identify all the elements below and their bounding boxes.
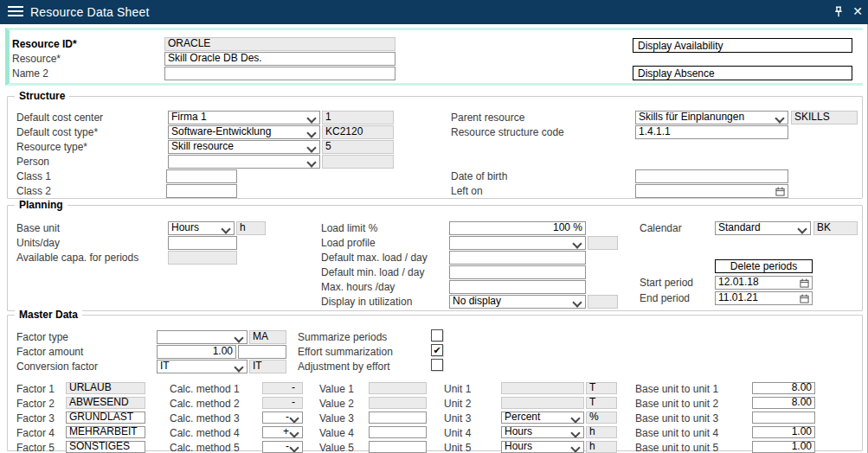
end-period-field[interactable]: 11.01.21 (715, 291, 813, 305)
factor-amount-extra-field[interactable] (238, 345, 286, 359)
chevron-down-icon (289, 428, 299, 437)
chevron-down-icon (234, 362, 243, 372)
cost-center-code: 1 (322, 111, 394, 124)
unit-label: Unit 3 (444, 412, 471, 424)
unit-label: Unit 1 (444, 383, 471, 395)
factor-input[interactable]: GRUNDLAST (66, 412, 145, 424)
calc-method-select[interactable]: - (262, 441, 303, 453)
chevron-down-icon (289, 413, 299, 423)
cost-center-select[interactable]: Firma 1 (168, 111, 320, 124)
base-unit-to-unit-label: Base unit to unit 5 (635, 442, 718, 453)
factor-label: Factor 2 (16, 398, 55, 410)
resource-type-code: 5 (322, 140, 394, 154)
display-in-utilization-select[interactable]: No display (449, 295, 586, 309)
calc-method-select[interactable]: - (262, 412, 303, 424)
available-capa-field (168, 251, 237, 265)
calendar-label: Calendar (640, 222, 682, 234)
display-absence-button[interactable]: Display Absence (633, 66, 852, 80)
default-max-load-field[interactable] (449, 251, 586, 265)
conversion-factor-select[interactable]: IT (157, 360, 248, 373)
start-period-label: Start period (640, 277, 693, 289)
resource-id-label: Resource ID* (12, 38, 77, 50)
chevron-down-icon (570, 428, 580, 437)
chevron-down-icon (306, 113, 316, 123)
parent-resource-label: Parent resource (451, 112, 524, 124)
chevron-down-icon (572, 297, 582, 307)
display-in-utilization-label: Display in utilization (321, 296, 412, 308)
class1-field[interactable] (166, 169, 237, 183)
titlebar: Resource Data Sheet ✕ (0, 0, 868, 24)
chevron-down-icon (797, 224, 807, 233)
delete-periods-button[interactable]: Delete periods (715, 259, 813, 273)
max-hours-day-field[interactable] (449, 280, 586, 294)
date-of-birth-field[interactable] (635, 169, 788, 183)
default-max-load-label: Default max. load / day (321, 252, 428, 264)
name2-field[interactable] (164, 67, 395, 80)
base-unit-to-unit-input[interactable]: 8.00 (752, 382, 815, 394)
base-unit-code: h (236, 221, 266, 235)
resource-type-select[interactable]: Skill resource (168, 140, 320, 154)
unit-select[interactable]: Hours (501, 426, 584, 438)
adjustment-by-effort-checkbox[interactable] (431, 359, 443, 371)
base-unit-to-unit-input[interactable] (752, 412, 815, 424)
left-on-field[interactable] (635, 184, 788, 198)
base-unit-to-unit-input[interactable]: 1.00 (752, 441, 815, 453)
factor-label: Factor 3 (16, 412, 55, 424)
chevron-down-icon (775, 113, 784, 123)
cost-type-select[interactable]: Software-Entwicklung (168, 125, 320, 139)
value-input[interactable] (369, 426, 427, 438)
calendar-icon[interactable] (800, 278, 809, 288)
value-input[interactable] (369, 412, 427, 424)
calc-method-select[interactable]: + (262, 426, 303, 438)
factor-amount-field[interactable]: 1.00 (157, 345, 236, 359)
available-capa-label: Available capa. for periods (16, 252, 138, 264)
base-unit-to-unit-input[interactable]: 8.00 (752, 397, 815, 409)
pin-icon[interactable] (832, 5, 845, 19)
base-unit-to-unit-label: Base unit to unit 1 (635, 383, 718, 395)
close-icon[interactable]: ✕ (852, 4, 863, 18)
chevron-down-icon (289, 443, 299, 452)
calendar-icon[interactable] (800, 294, 809, 303)
factor-input[interactable]: MEHRARBEIT (66, 426, 145, 438)
value-input[interactable] (369, 441, 427, 453)
unit-select[interactable]: Percent (501, 412, 584, 424)
calendar-select[interactable]: Standard (715, 221, 811, 235)
cost-center-label: Default cost center (16, 112, 103, 124)
units-per-day-field[interactable] (168, 236, 237, 250)
chevron-down-icon (306, 157, 316, 167)
unit-label: Unit 5 (444, 442, 471, 453)
summarize-periods-checkbox[interactable] (431, 329, 443, 341)
class2-field[interactable] (166, 184, 237, 198)
value-label: Value 5 (319, 442, 354, 453)
master-data-section-title: Master Data (15, 309, 82, 321)
menu-icon[interactable] (8, 6, 23, 18)
factor-amount-label: Factor amount (16, 346, 83, 358)
factor-input: URLAUB (66, 382, 145, 394)
effort-summarization-checkbox[interactable]: ✔ (431, 344, 443, 356)
person-label: Person (16, 156, 49, 168)
resource-id-field: ORACLE (164, 37, 395, 51)
calendar-icon[interactable] (775, 187, 785, 196)
chevron-down-icon (234, 333, 243, 342)
person-select[interactable] (168, 155, 320, 169)
units-per-day-label: Units/day (16, 237, 60, 249)
value-label: Value 3 (319, 412, 354, 424)
load-limit-field[interactable]: 100 % (449, 221, 586, 235)
unit-select[interactable]: Hours (501, 441, 584, 453)
start-period-field[interactable]: 12.01.18 (715, 276, 813, 290)
display-availability-button[interactable]: Display Availability (633, 38, 852, 53)
chevron-down-icon (221, 224, 230, 233)
cost-type-label: Default cost type* (16, 126, 98, 138)
default-min-load-field[interactable] (449, 265, 586, 279)
factor-type-select[interactable] (157, 330, 248, 344)
base-unit-select[interactable]: Hours (168, 221, 235, 235)
load-profile-select[interactable] (449, 236, 586, 250)
factor-input[interactable]: SONSTIGES (66, 441, 145, 453)
structure-section: Structure Default cost center Firma 1 1 … (7, 96, 863, 199)
factor-label: Factor 5 (16, 442, 55, 453)
structure-code-field[interactable]: 1.4.1.1 (635, 125, 788, 139)
resource-name-field[interactable]: Skill Oracle DB Des. (164, 52, 395, 66)
parent-resource-select[interactable]: Skills für Einplanungen (635, 111, 788, 124)
base-unit-to-unit-input[interactable]: 1.00 (752, 426, 815, 438)
calc-method-value: - (262, 397, 303, 409)
